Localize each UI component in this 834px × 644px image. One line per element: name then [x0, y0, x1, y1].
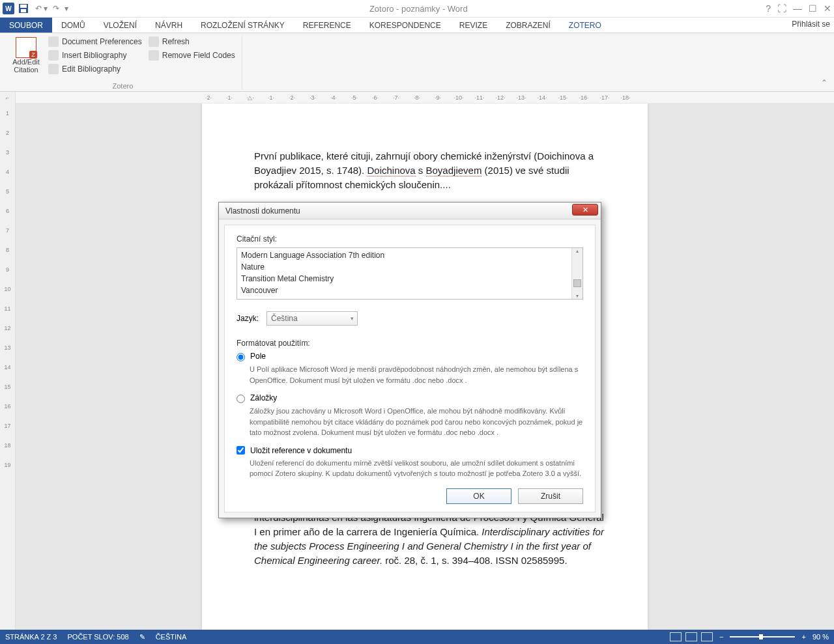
citation-style-label: Citační styl:	[237, 234, 583, 244]
bibliography-icon	[48, 50, 59, 61]
collapse-ribbon-icon[interactable]: ⌃	[818, 76, 830, 90]
edit-bibliography-button[interactable]: Edit Bibliography	[47, 63, 143, 75]
sign-in-link[interactable]: Přihlásit se	[792, 20, 830, 29]
zoom-in-icon[interactable]: +	[801, 633, 805, 641]
citation-icon	[16, 37, 36, 58]
svg-rect-1	[20, 5, 27, 8]
store-references-input[interactable]	[237, 446, 245, 455]
titlebar: W ↶ ▾ ↷ ▾ Zotoro - poznámky - Word ? ⛶ —…	[0, 0, 834, 18]
tab-home[interactable]: DOMŮ	[52, 18, 94, 33]
horizontal-ruler[interactable]: ⌐ ·2··1··△··1··2··3··4··5··6··7··8··9··1…	[0, 92, 834, 104]
word-icon: W	[3, 3, 14, 14]
status-language[interactable]: ČEŠTINA	[156, 633, 187, 641]
qat-dropdown[interactable]: ▾	[65, 4, 68, 13]
maximize-icon[interactable]: ☐	[809, 3, 817, 14]
tab-mailings[interactable]: KORESPONDENCE	[360, 18, 450, 33]
ok-button[interactable]: OK	[446, 488, 511, 504]
status-spellcheck-icon[interactable]: ✎	[139, 633, 145, 641]
insert-bibliography-button[interactable]: Insert Bibliography	[47, 49, 143, 61]
tab-zotero[interactable]: ZOTERO	[560, 18, 611, 33]
refresh-icon	[149, 36, 159, 47]
dialog-title-text: Vlastnosti dokumentu	[225, 206, 300, 216]
paragraph-2: interdisciplinarias en las asignaturas I…	[254, 511, 609, 567]
language-select[interactable]: Čeština	[266, 311, 358, 326]
status-word-count[interactable]: POČET SLOV: 508	[67, 633, 128, 641]
ribbon-group-label: Zotero	[9, 81, 237, 90]
tab-file[interactable]: SOUBOR	[0, 18, 52, 33]
citation-style-list[interactable]: Modern Language Association 7th edition …	[237, 247, 583, 300]
dialog-close-button[interactable]: ✕	[572, 204, 598, 216]
zoom-out-icon[interactable]: −	[719, 633, 723, 641]
tab-view[interactable]: ZOBRAZENÍ	[496, 18, 560, 33]
ruler-corner: ⌐	[0, 92, 16, 104]
listbox-scrollbar[interactable]	[571, 248, 582, 299]
style-option[interactable]: Transition Metal Chemistry	[241, 274, 568, 283]
radio-bookmarks-desc: Záložky jsou zachovány u Microsoft Word …	[250, 406, 583, 438]
style-option[interactable]: Nature	[241, 262, 568, 272]
tab-review[interactable]: REVIZE	[450, 18, 496, 33]
dialog-titlebar[interactable]: Vlastnosti dokumentu ✕	[219, 203, 601, 219]
zoom-slider[interactable]	[730, 636, 795, 637]
edit-icon	[48, 64, 59, 74]
cancel-button[interactable]: Zrušit	[518, 488, 583, 504]
close-icon[interactable]: ✕	[824, 3, 831, 14]
ribbon-options-icon[interactable]: ⛶	[777, 3, 786, 14]
vertical-ruler[interactable]: 12345678910111213141516171819	[0, 104, 16, 630]
tab-layout[interactable]: ROZLOŽENÍ STRÁNKY	[192, 18, 294, 33]
remove-field-codes-button[interactable]: Remove Field Codes	[147, 49, 237, 61]
paragraph-1: První publikace, které cituji, zahrnují …	[254, 149, 609, 191]
tab-insert[interactable]: VLOŽENÍ	[94, 18, 146, 33]
status-bar: STRÁNKA 2 Z 3 POČET SLOV: 508 ✎ ČEŠTINA …	[0, 630, 834, 644]
store-references-checkbox[interactable]: Uložit reference v dokumentu	[237, 446, 583, 455]
ribbon-tabs: SOUBOR DOMŮ VLOŽENÍ NÁVRH ROZLOŽENÍ STRÁ…	[0, 18, 834, 33]
refresh-button[interactable]: Refresh	[147, 36, 237, 48]
radio-fields[interactable]: Pole	[237, 352, 583, 361]
radio-bookmarks[interactable]: Záložky	[237, 393, 583, 403]
document-preferences-button[interactable]: Document Preferences	[47, 36, 143, 48]
remove-icon	[149, 50, 159, 61]
redo-icon[interactable]: ↷	[53, 4, 59, 13]
style-option[interactable]: Vancouver	[241, 286, 568, 295]
svg-rect-2	[21, 9, 26, 12]
preferences-icon	[48, 36, 59, 47]
window-title: Zotoro - poznámky - Word	[71, 4, 766, 14]
save-icon[interactable]	[18, 3, 29, 14]
radio-fields-input[interactable]	[237, 353, 245, 361]
zoom-level[interactable]: 90 %	[812, 633, 829, 641]
ribbon: Add/Edit Citation Document Preferences I…	[0, 33, 834, 92]
style-option[interactable]: Modern Language Association 7th edition	[241, 251, 568, 260]
language-label: Jazyk:	[237, 314, 259, 323]
tab-design[interactable]: NÁVRH	[146, 18, 192, 33]
ribbon-group-zotero: Add/Edit Citation Document Preferences I…	[4, 36, 242, 90]
store-references-desc: Uložení referencí do dokumentu mírně zvě…	[250, 458, 583, 479]
format-using-label: Formátovat použitím:	[237, 339, 583, 348]
status-page[interactable]: STRÁNKA 2 Z 3	[5, 633, 57, 641]
document-preferences-dialog: Vlastnosti dokumentu ✕ Citační styl: Mod…	[218, 202, 601, 518]
radio-bookmarks-input[interactable]	[237, 395, 245, 403]
view-mode-icons[interactable]	[670, 632, 713, 641]
radio-fields-desc: U Polí aplikace Microsoft Word je menší …	[250, 364, 583, 385]
tab-references[interactable]: REFERENCE	[294, 18, 360, 33]
add-edit-citation-button[interactable]: Add/Edit Citation	[9, 36, 43, 75]
help-icon[interactable]: ?	[766, 3, 771, 14]
minimize-icon[interactable]: —	[793, 3, 802, 14]
undo-icon[interactable]: ↶ ▾	[35, 4, 48, 13]
